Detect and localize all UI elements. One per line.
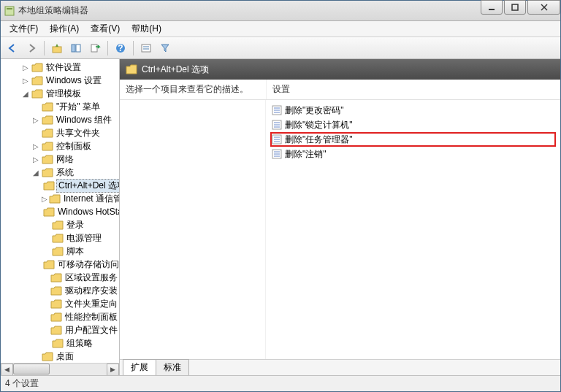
tree-item-label: 软件设置 xyxy=(45,61,83,74)
folder-icon xyxy=(43,259,55,269)
menubar: 文件(F) 操作(A) 查看(V) 帮助(H) xyxy=(1,21,560,37)
folder-icon xyxy=(42,351,53,361)
menu-view[interactable]: 查看(V) xyxy=(86,21,124,36)
folder-icon xyxy=(42,141,53,151)
tree-item-label: Internet 通信管理 xyxy=(62,193,119,205)
properties-button[interactable] xyxy=(137,39,155,57)
tree-twisty[interactable]: ◢ xyxy=(21,90,30,98)
up-button[interactable] xyxy=(48,39,66,57)
tree-item-label: 登录 xyxy=(65,219,85,231)
svg-rect-7 xyxy=(72,45,75,52)
view-tabs: 扩展 标准 xyxy=(120,359,560,375)
tree-item[interactable]: 桌面 xyxy=(1,350,119,363)
tree-item[interactable]: 脚本 xyxy=(1,245,119,258)
tree-twisty[interactable]: ◢ xyxy=(31,169,40,177)
tree-item[interactable]: Windows HotStart xyxy=(1,205,119,218)
tree-item[interactable]: 性能控制面板 xyxy=(1,310,119,323)
folder-icon xyxy=(50,299,62,309)
help-button[interactable]: ? xyxy=(112,39,129,57)
tab-extended[interactable]: 扩展 xyxy=(123,359,156,375)
tree-item[interactable]: Ctrl+Alt+Del 选项 xyxy=(1,179,119,192)
tree-item[interactable]: 电源管理 xyxy=(1,231,119,245)
list-item[interactable]: 删除"任务管理器" xyxy=(270,132,556,147)
folder-icon xyxy=(50,325,62,335)
tree-twisty[interactable]: ▷ xyxy=(31,142,40,150)
menu-action[interactable]: 操作(A) xyxy=(45,21,83,36)
tree-item[interactable]: 共享文件夹 xyxy=(1,126,119,139)
folder-icon xyxy=(42,167,53,177)
tree-item-label: Windows 组件 xyxy=(55,114,113,126)
list-item[interactable]: 删除"注销" xyxy=(270,147,556,161)
svg-rect-2 xyxy=(489,9,495,10)
tree-item[interactable]: ▷Windows 设置 xyxy=(1,74,119,87)
tree-twisty[interactable]: ▷ xyxy=(31,155,40,164)
svg-rect-12 xyxy=(142,45,150,52)
column-header-row: 选择一个项目来查看它的描述。 设置 xyxy=(120,80,560,100)
list-item-label: 删除"注销" xyxy=(285,148,327,161)
svg-text:?: ? xyxy=(118,43,123,53)
filter-button[interactable] xyxy=(156,39,174,57)
tree-twisty[interactable]: ▷ xyxy=(42,195,47,203)
back-button[interactable] xyxy=(4,39,21,57)
tree-item[interactable]: ▷控制面板 xyxy=(1,139,119,153)
minimize-button[interactable] xyxy=(481,0,503,15)
maximize-button[interactable] xyxy=(504,0,526,15)
scroll-left-arrow[interactable]: ◀ xyxy=(1,364,13,376)
export-button[interactable] xyxy=(86,39,104,57)
content-area: ▷软件设置▷Windows 设置◢管理模板"开始" 菜单▷Windows 组件共… xyxy=(1,59,560,375)
scroll-right-arrow[interactable]: ▶ xyxy=(107,364,119,376)
tree-item[interactable]: 区域设置服务 xyxy=(1,271,119,284)
tree-twisty[interactable]: ▷ xyxy=(31,116,40,124)
scroll-track[interactable] xyxy=(13,364,107,376)
tree-item[interactable]: ▷Internet 通信管理 xyxy=(1,192,119,205)
app-window: 本地组策略编辑器 文件(F) 操作(A) 查看(V) 帮助(H) ? ▷软件设置… xyxy=(0,0,561,392)
toolbar-separator xyxy=(133,41,134,55)
tree-item-label: 网络 xyxy=(55,153,75,166)
tree-item[interactable]: ▷网络 xyxy=(1,153,119,166)
folder-icon xyxy=(31,75,43,85)
close-button[interactable] xyxy=(527,0,560,15)
tree-item[interactable]: 驱动程序安装 xyxy=(1,284,119,297)
toolbar-separator xyxy=(44,41,45,55)
horizontal-scrollbar[interactable]: ◀ ▶ xyxy=(1,363,119,375)
tree-item[interactable]: 文件夹重定向 xyxy=(1,297,119,310)
tree-twisty[interactable]: ▷ xyxy=(21,64,30,72)
folder-icon xyxy=(43,207,55,217)
folder-icon xyxy=(50,272,62,283)
description-prompt: 选择一个项目来查看它的描述。 xyxy=(120,83,266,96)
scroll-thumb[interactable] xyxy=(13,364,50,374)
tree-item-label: 文件夹重定向 xyxy=(64,298,119,310)
list-item[interactable]: 删除"更改密码" xyxy=(270,103,556,118)
window-controls xyxy=(481,0,560,15)
settings-column-header[interactable]: 设置 xyxy=(266,80,560,99)
tree-item[interactable]: ▷Windows 组件 xyxy=(1,113,119,126)
svg-rect-1 xyxy=(7,8,12,9)
show-hide-tree-button[interactable] xyxy=(67,39,85,57)
tab-standard[interactable]: 标准 xyxy=(156,359,189,375)
tree-item[interactable]: 组策略 xyxy=(1,337,119,350)
tree-item-label: 桌面 xyxy=(55,350,75,363)
policy-icon xyxy=(272,120,282,130)
folder-icon xyxy=(52,233,64,243)
tree-item-label: 电源管理 xyxy=(65,232,103,245)
tree-item[interactable]: ◢系统 xyxy=(1,166,119,179)
menu-file[interactable]: 文件(F) xyxy=(5,21,42,36)
tree-item[interactable]: "开始" 菜单 xyxy=(1,100,119,113)
path-header: Ctrl+Alt+Del 选项 xyxy=(120,59,560,80)
tree-item[interactable]: 登录 xyxy=(1,218,119,231)
tree-item[interactable]: 可移动存储访问 xyxy=(1,258,119,271)
menu-help[interactable]: 帮助(H) xyxy=(127,21,166,36)
tree-item-label: 可移动存储访问 xyxy=(56,258,119,271)
tree-item[interactable]: ▷软件设置 xyxy=(1,61,119,74)
folder-icon xyxy=(52,220,64,230)
tree-item[interactable]: 用户配置文件 xyxy=(1,323,119,337)
svg-rect-0 xyxy=(5,7,14,15)
folder-icon xyxy=(31,62,43,72)
forward-button[interactable] xyxy=(23,39,40,57)
list-item[interactable]: 删除"锁定计算机" xyxy=(270,118,556,132)
toolbar-separator xyxy=(107,41,108,55)
tree-twisty[interactable]: ▷ xyxy=(21,77,30,85)
tree-item-label: 共享文件夹 xyxy=(55,127,102,139)
tree-item[interactable]: ◢管理模板 xyxy=(1,87,119,100)
tree-view[interactable]: ▷软件设置▷Windows 设置◢管理模板"开始" 菜单▷Windows 组件共… xyxy=(1,59,119,363)
